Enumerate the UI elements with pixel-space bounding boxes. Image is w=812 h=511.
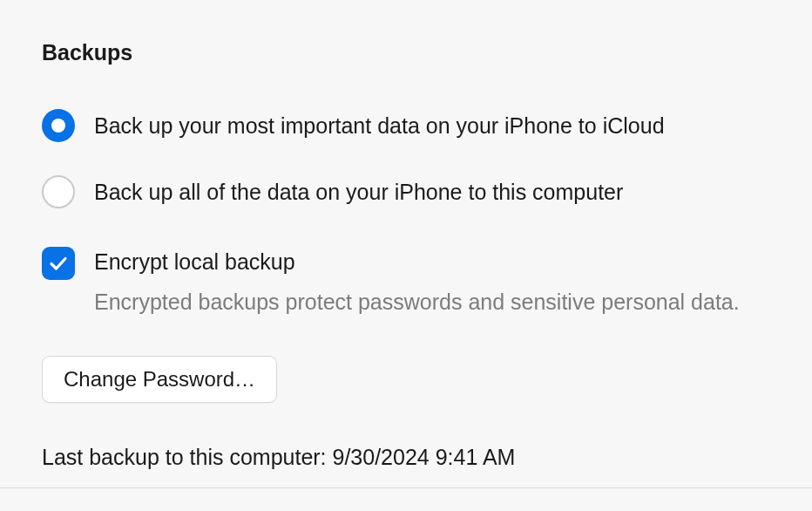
radio-computer-label: Back up all of the data on your iPhone t… xyxy=(94,178,623,207)
radio-icloud-control[interactable] xyxy=(42,109,75,142)
radio-icloud-label: Back up your most important data on your… xyxy=(94,112,665,140)
divider xyxy=(0,487,812,488)
radio-computer-row[interactable]: Back up all of the data on your iPhone t… xyxy=(42,175,770,208)
encrypt-checkbox-description: Encrypted backups protect passwords and … xyxy=(94,287,770,317)
backup-radio-group: Back up your most important data on your… xyxy=(42,109,770,208)
encrypt-checkbox-label: Encrypt local backup xyxy=(94,247,295,277)
radio-computer-control[interactable] xyxy=(42,175,75,208)
last-backup-text: Last backup to this computer: 9/30/2024 … xyxy=(42,445,770,470)
encrypt-checkbox-control[interactable] xyxy=(42,247,75,280)
section-title: Backups xyxy=(42,40,770,65)
radio-icloud-row[interactable]: Back up your most important data on your… xyxy=(42,109,770,142)
radio-selected-dot-icon xyxy=(51,119,65,133)
checkmark-icon xyxy=(48,253,69,274)
encrypt-checkbox-row[interactable]: Encrypt local backup xyxy=(42,247,770,280)
change-password-button[interactable]: Change Password… xyxy=(42,356,277,403)
